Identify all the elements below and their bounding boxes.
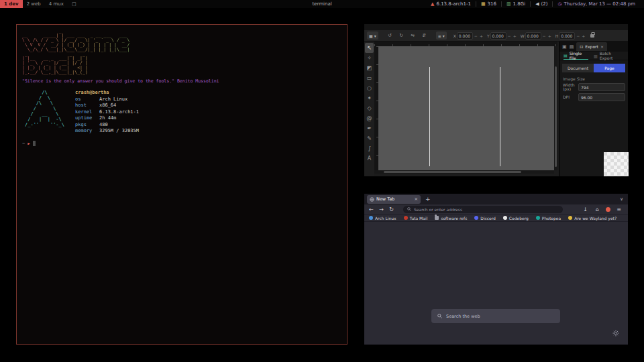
web-search-input[interactable]: Search the web <box>431 309 560 323</box>
toolbox-tool[interactable]: ✧ <box>365 53 374 63</box>
fetch-row: pkgs480 <box>75 122 139 129</box>
batch-export-tab[interactable]: ▥ Batch Export <box>594 52 624 60</box>
downloads-button[interactable]: ↓ <box>582 206 589 213</box>
dpi-input[interactable]: 96.00 <box>578 93 625 101</box>
status-module-icon: ◷ <box>557 1 561 7</box>
spin-decrement[interactable]: − <box>542 34 547 38</box>
canvas-horizontal-scrollbar[interactable] <box>374 170 554 174</box>
status-module: ▲ 6.13.8-arch1-1 <box>426 1 476 7</box>
spin-decrement[interactable]: − <box>474 34 478 38</box>
toolbox-tool[interactable]: ○ <box>365 83 374 93</box>
close-icon[interactable]: × <box>600 44 604 49</box>
navigation-bar: ← → ↻ Search or enter address ↓ ⌂ ≡ <box>364 204 628 215</box>
url-bar[interactable]: Search or enter address <box>403 206 563 213</box>
toolbox-tool[interactable]: ∫ <box>365 143 374 154</box>
url-placeholder: Search or enter address <box>414 207 462 212</box>
browser-window[interactable]: New Tab × + ∨ ← → ↻ Search or enter addr… <box>364 194 628 345</box>
fetch-block: /\ / \ /\ \ / \ / __ \ / | | -\ /_-'' ''… <box>25 90 341 135</box>
spin-decrement[interactable]: − <box>576 34 580 38</box>
workspace-tag[interactable]: 2 web <box>23 0 45 8</box>
bookmark-item[interactable]: Arch Linux <box>369 216 396 221</box>
bookmark-item[interactable]: Are we Wayland yet? <box>568 216 616 221</box>
toolbox-tool[interactable]: ◩ <box>365 63 374 73</box>
spin-decrement[interactable]: − <box>507 34 512 38</box>
toolbox-tool[interactable]: ↖ <box>365 43 374 53</box>
toolbox-tool[interactable]: @ <box>365 113 374 123</box>
browser-tab[interactable]: New Tab × <box>367 195 421 204</box>
single-file-tab[interactable]: ▤ Single File <box>564 52 588 60</box>
lock-ratio-icon[interactable] <box>590 34 594 38</box>
toolbox-tool[interactable]: ◇ <box>365 103 374 113</box>
horizontal-ruler[interactable] <box>374 42 557 46</box>
back-button[interactable]: ← <box>368 206 375 213</box>
transform-button[interactable]: ⇵ <box>421 32 428 40</box>
bookmark-item[interactable]: Codeberg <box>503 216 529 221</box>
spin-increment[interactable]: + <box>513 34 517 38</box>
spin-value[interactable]: 0.000 <box>559 32 575 40</box>
reload-button[interactable]: ↻ <box>388 206 395 213</box>
spin-increment[interactable]: + <box>547 34 552 38</box>
chevron-down-icon: ▾ <box>374 34 376 38</box>
desktop: 1 dev 2 web 4 mux □ terminal ▲ 6.13.8-ar… <box>0 0 644 362</box>
inkscape-menubar <box>364 24 628 30</box>
spin-value[interactable]: 0.000 <box>490 32 506 40</box>
width-input[interactable]: 794 <box>578 83 625 91</box>
inkscape-tool-controls: ▦ ▾ ↺↻⇋⇵ ≡ ▾ X 0.000 − + Y 0.000 − + <box>364 30 628 42</box>
terminal-quote: "Silence is the only answer you should g… <box>22 78 341 84</box>
canvas-vertical-scrollbar[interactable] <box>554 46 557 170</box>
coordinate-spinboxes: X 0.000 − + Y 0.000 − + W 0.000 − + H 0.… <box>453 32 586 40</box>
export-tab[interactable]: ⊡ Export × <box>576 42 607 51</box>
document-button[interactable]: Document <box>562 64 594 72</box>
workspace-tag[interactable]: 1 dev <box>0 0 23 8</box>
toolbox-tool[interactable]: ✒ <box>365 123 374 133</box>
align-dropdown[interactable]: ≡ ▾ <box>436 32 447 40</box>
export-mode-tabs: ▤ Single File ▥ Batch Export <box>559 52 628 60</box>
transform-buttons: ↺↻⇋⇵ <box>386 32 428 40</box>
bookmark-item[interactable]: Discord <box>474 216 496 221</box>
page-button[interactable]: Page <box>594 64 625 72</box>
adblock-extension-icon[interactable] <box>606 207 610 212</box>
dpi-row: DPI 96.00 <box>563 93 625 101</box>
workspace-tag[interactable]: 4 mux <box>45 0 68 8</box>
transform-button[interactable]: ⇋ <box>409 32 417 40</box>
bookmark-item[interactable]: Photopea <box>536 216 561 221</box>
menu-button[interactable]: ≡ <box>615 206 623 213</box>
transform-button[interactable]: ↻ <box>398 32 405 40</box>
scrollbar-thumb[interactable] <box>555 66 557 167</box>
toolbox-tool[interactable]: A <box>365 154 374 164</box>
objects-panel-icon[interactable]: ▣ <box>562 44 567 50</box>
status-module-text: 6.13.8-arch1-1 <box>436 1 471 7</box>
home-button[interactable]: ⌂ <box>594 206 601 213</box>
transform-button[interactable]: ↺ <box>386 32 394 40</box>
terminal-window[interactable]: _ __ _____| | ___ ___ _ __ ___ ___ \ \ /… <box>16 24 347 345</box>
inkscape-window[interactable]: ▦ ▾ ↺↻⇋⇵ ≡ ▾ X 0.000 − + Y 0.000 − + <box>364 24 628 176</box>
spin-increment[interactable]: + <box>479 34 484 38</box>
list-tabs-chevron-icon[interactable]: ∨ <box>620 196 625 202</box>
bookmark-item[interactable]: Tuta Mail <box>404 216 428 221</box>
spin-value[interactable]: 0.000 <box>457 32 473 40</box>
inkscape-canvas[interactable] <box>378 46 554 170</box>
spin-value[interactable]: 0.000 <box>525 32 541 40</box>
toolbox-tool[interactable]: ✶ <box>365 93 374 103</box>
selection-mode-dropdown[interactable]: ▦ ▾ <box>367 32 378 40</box>
layout-indicator-icon[interactable]: □ <box>68 0 80 8</box>
shell-prompt[interactable]: ~ ▶ <box>22 141 341 146</box>
toolbox-tool[interactable]: ✎ <box>365 133 374 143</box>
personalize-gear-icon[interactable] <box>612 330 619 337</box>
fetch-user-host: crash@bertha <box>75 90 139 97</box>
export-preview-thumbnail <box>604 152 629 176</box>
scrollbar-thumb[interactable] <box>384 171 521 173</box>
toolbox-tool[interactable]: ▭ <box>365 73 374 83</box>
bookmark-item[interactable]: software refs <box>435 216 467 221</box>
forward-button[interactable]: → <box>378 206 385 213</box>
layers-panel-icon[interactable]: ▤ <box>570 44 574 50</box>
new-tab-button[interactable]: + <box>425 196 431 202</box>
selection-grid-icon: ▦ <box>369 34 373 38</box>
tab-close-icon[interactable]: × <box>414 196 418 202</box>
bookmark-favicon <box>474 216 478 220</box>
spin-increment[interactable]: + <box>581 34 586 38</box>
new-tab-page: Search the web <box>364 222 628 345</box>
fetch-row: hostx86_64 <box>75 103 139 109</box>
status-modules: ▲ 6.13.8-arch1-1 ▦ 316 ▥ 1.8Gi ◀ (2) ◷ T… <box>426 0 644 8</box>
search-placeholder: Search the web <box>446 314 480 319</box>
